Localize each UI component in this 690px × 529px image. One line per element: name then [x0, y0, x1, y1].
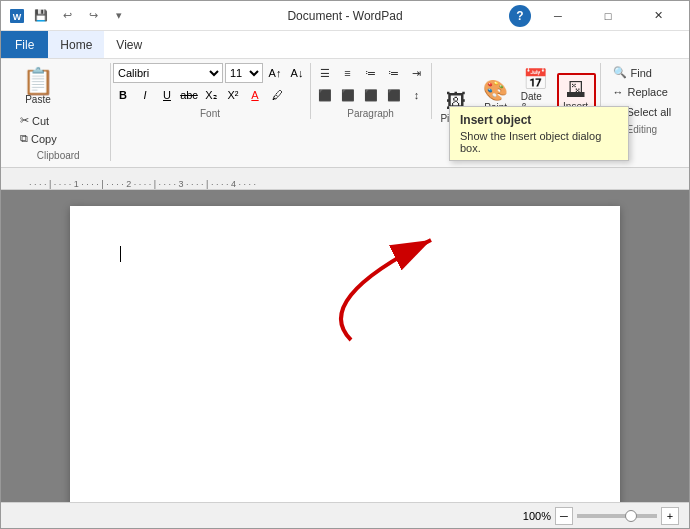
list-btn[interactable]: ≔	[360, 63, 382, 83]
align-center-btn[interactable]: ≡	[337, 63, 359, 83]
zoom-in-button[interactable]: +	[661, 507, 679, 525]
text-color-button[interactable]: A	[245, 85, 265, 105]
justify-btn[interactable]: ⬛	[383, 85, 405, 105]
minimize-button[interactable]: ─	[535, 1, 581, 31]
zoom-thumb[interactable]	[625, 510, 637, 522]
app-window: W 💾 ↩ ↪ ▾ Document - WordPad ? ─ □ ✕ Fil…	[0, 0, 690, 529]
file-menu[interactable]: File	[1, 31, 48, 58]
list-num-btn[interactable]: ≔	[383, 63, 405, 83]
bold-button[interactable]: B	[113, 85, 133, 105]
text-cursor	[120, 246, 121, 262]
document-page[interactable]	[70, 206, 620, 502]
app-icon: W	[9, 8, 25, 24]
cut-button[interactable]: ✂ Cut	[15, 112, 62, 129]
underline-button[interactable]: U	[157, 85, 177, 105]
italic-button[interactable]: I	[135, 85, 155, 105]
paint-icon: 🎨	[483, 78, 508, 102]
copy-button[interactable]: ⧉ Copy	[15, 130, 62, 147]
customize-quick-btn[interactable]: ▾	[109, 6, 129, 26]
shrink-font-btn[interactable]: A↓	[287, 63, 307, 83]
help-button[interactable]: ?	[509, 5, 531, 27]
window-title: Document - WordPad	[287, 9, 402, 23]
copy-icon: ⧉	[20, 132, 28, 145]
status-bar: 100% ─ +	[1, 502, 689, 528]
undo-quick-btn[interactable]: ↩	[57, 6, 77, 26]
zoom-out-button[interactable]: ─	[555, 507, 573, 525]
font-group: Calibri 11 A↑ A↓ B I U abc X₂	[111, 63, 311, 119]
align-left2-btn[interactable]: ⬛	[314, 85, 336, 105]
font-size-select[interactable]: 11	[225, 63, 263, 83]
home-menu[interactable]: Home	[48, 31, 104, 58]
title-bar: W 💾 ↩ ↪ ▾ Document - WordPad ? ─ □ ✕	[1, 1, 689, 31]
highlight-button[interactable]: 🖊	[267, 85, 287, 105]
svg-text:W: W	[13, 12, 22, 22]
paragraph-group: ☰ ≡ ≔ ≔ ⇥ ⬛ ⬛ ⬛ ⬛ ↕ Paragraph	[311, 63, 432, 119]
insert-object-tooltip: Insert object Show the Insert object dia…	[449, 106, 629, 161]
zoom-level: 100%	[523, 510, 551, 522]
datetime-icon: 📅	[523, 67, 548, 91]
redo-quick-btn[interactable]: ↪	[83, 6, 103, 26]
align-center2-btn[interactable]: ⬛	[337, 85, 359, 105]
view-menu[interactable]: View	[104, 31, 154, 58]
replace-icon: ↔	[613, 86, 624, 98]
cut-copy-group: ✂ Cut ⧉ Copy	[15, 112, 62, 147]
find-icon: 🔍	[613, 66, 627, 79]
zoom-slider[interactable]	[577, 514, 657, 518]
find-button[interactable]: 🔍 Find	[606, 63, 679, 82]
insert-object-icon: 🗳	[566, 78, 586, 101]
ruler: · · · · | · · · · 1 · · · · | · · · · 2 …	[1, 168, 689, 190]
zoom-controls: 100% ─ +	[523, 507, 679, 525]
cut-icon: ✂	[20, 114, 29, 127]
tooltip-title: Insert object	[460, 113, 618, 127]
superscript-button[interactable]: X²	[223, 85, 243, 105]
paste-icon: 📋	[22, 68, 54, 94]
line-spacing-btn[interactable]: ↕	[406, 85, 428, 105]
document-area[interactable]	[1, 190, 689, 502]
replace-button[interactable]: ↔ Replace	[606, 83, 679, 101]
menu-bar: File Home View	[1, 31, 689, 59]
subscript-button[interactable]: X₂	[201, 85, 221, 105]
grow-font-btn[interactable]: A↑	[265, 63, 285, 83]
tooltip-description: Show the Insert object dialog box.	[460, 130, 618, 154]
strikethrough-button[interactable]: abc	[179, 85, 199, 105]
indent-btn[interactable]: ⇥	[406, 63, 428, 83]
clipboard-group: 📋 Paste ✂ Cut ⧉ Copy Clipboar	[7, 63, 111, 161]
paste-button[interactable]: 📋 Paste	[15, 63, 61, 110]
align-left-btn[interactable]: ☰	[314, 63, 336, 83]
maximize-button[interactable]: □	[585, 1, 631, 31]
close-button[interactable]: ✕	[635, 1, 681, 31]
align-right-btn[interactable]: ⬛	[360, 85, 382, 105]
font-family-select[interactable]: Calibri	[113, 63, 223, 83]
save-quick-btn[interactable]: 💾	[31, 6, 51, 26]
